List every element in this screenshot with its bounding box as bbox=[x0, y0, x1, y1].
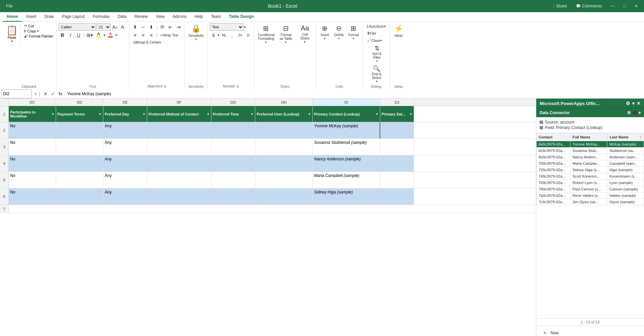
formula-confirm-button[interactable]: ✓ bbox=[50, 91, 56, 97]
formula-input[interactable] bbox=[65, 89, 644, 98]
tab-help[interactable]: Help bbox=[190, 12, 207, 22]
cell-3-di[interactable]: Susanna Stubberod (sample) bbox=[313, 139, 380, 155]
cell-3-df[interactable] bbox=[147, 139, 211, 155]
tab-review[interactable]: Review bbox=[130, 12, 152, 22]
merge-center-button[interactable]: ⊡ Merge & Center ▾ bbox=[131, 40, 163, 45]
indent-decrease-button[interactable]: ⇤ bbox=[167, 23, 174, 31]
header-dh-filter[interactable]: ▼ bbox=[308, 112, 311, 116]
cell-2-dc[interactable]: No bbox=[9, 122, 56, 138]
sort-filter-button[interactable]: ⇅ Sort & Filter ▾ bbox=[368, 44, 386, 64]
header-dj-filter[interactable]: ▼ bbox=[409, 112, 412, 116]
list-item[interactable]: 6c9c3979-02a... Susanna Stub... Stubbero… bbox=[537, 147, 644, 154]
panel-options-icon[interactable]: ▾ bbox=[632, 101, 635, 106]
name-box-dropdown-icon[interactable]: ▾ bbox=[33, 91, 38, 97]
cell-3-dj[interactable] bbox=[380, 139, 414, 155]
header-de-filter[interactable]: ▼ bbox=[143, 112, 146, 116]
col-header-dc[interactable]: DC bbox=[9, 99, 56, 106]
cell-6-di[interactable]: Sidney Higa (sample) bbox=[313, 188, 380, 205]
header-cell-de[interactable]: Preferred Day ▼ bbox=[103, 106, 147, 122]
list-item[interactable]: 789c3979-02a... Paul Cannon (s... Cannon… bbox=[537, 186, 644, 192]
cell-3-de[interactable]: Any bbox=[103, 139, 147, 155]
tab-insert[interactable]: Insert bbox=[22, 12, 40, 22]
cell-4-de[interactable]: Any bbox=[103, 155, 147, 172]
cell-6-df[interactable] bbox=[147, 188, 211, 205]
tab-home[interactable]: Home bbox=[3, 12, 22, 22]
col-header-lastname[interactable]: Last Name ↕ bbox=[607, 133, 644, 141]
data-connector-settings-icon[interactable]: ⚙ bbox=[627, 110, 631, 115]
align-bottom-button[interactable]: ⬇ bbox=[148, 23, 155, 31]
cell-5-dh[interactable] bbox=[255, 172, 313, 188]
header-dd-filter[interactable]: ▼ bbox=[99, 112, 102, 116]
name-box[interactable] bbox=[1, 89, 32, 98]
accounting-format-button[interactable]: $ bbox=[210, 31, 217, 39]
header-cell-dh[interactable]: Preferred User (Lookup) ▼ bbox=[255, 106, 313, 122]
sensitivity-button[interactable]: 🔒 Sensitivity ▾ bbox=[187, 23, 205, 42]
maximize-button[interactable]: □ bbox=[621, 2, 628, 10]
highlight-color-button[interactable]: A bbox=[94, 31, 103, 39]
list-item[interactable]: 709c3979-02a... Maria Campbe... Campbell… bbox=[537, 160, 644, 166]
list-item[interactable]: 7a9c3979-02a... Rene Valdes (s... Valdes… bbox=[537, 192, 644, 199]
col-header-de[interactable]: DE bbox=[103, 99, 147, 106]
panel-close-icon[interactable]: ✕ bbox=[637, 101, 641, 106]
number-format-select[interactable]: Text General Number Currency bbox=[210, 23, 243, 31]
format-cells-button[interactable]: ⊞ Format ▾ bbox=[346, 23, 361, 41]
percent-button[interactable]: % bbox=[220, 31, 228, 39]
close-button[interactable]: ✕ bbox=[632, 2, 641, 10]
wrap-text-button[interactable]: ↵ Wrap Text bbox=[159, 32, 180, 38]
header-cell-dj[interactable]: Primary Sat... ▼ bbox=[380, 106, 414, 122]
tab-page-layout[interactable]: Page Layout bbox=[58, 12, 88, 22]
insert-cells-button[interactable]: ⊕ Insert ▾ bbox=[318, 23, 332, 41]
row-num-3[interactable]: 3 bbox=[0, 139, 9, 155]
align-right-button[interactable]: ≡ bbox=[148, 31, 155, 39]
col-header-df[interactable]: DF bbox=[147, 99, 211, 106]
data-connector-dropdown-icon[interactable]: ▾ bbox=[639, 110, 641, 115]
font-name-select[interactable]: Calibri bbox=[59, 23, 96, 31]
cell-5-dc[interactable]: No bbox=[9, 172, 56, 188]
indent-increase-button[interactable]: ⇥ bbox=[175, 23, 182, 31]
header-df-filter[interactable]: ▼ bbox=[207, 112, 210, 116]
cell-5-dj[interactable] bbox=[380, 172, 414, 188]
paste-button[interactable]: 📋 Paste ▾ bbox=[3, 23, 21, 44]
formula-cancel-button[interactable]: ✕ bbox=[42, 91, 49, 97]
align-top-button[interactable]: ⬆ bbox=[131, 23, 139, 31]
cell-2-df[interactable] bbox=[147, 122, 211, 138]
col-header-dd[interactable]: DD bbox=[56, 99, 103, 106]
col-header-di[interactable]: DI bbox=[313, 99, 380, 106]
row-num-7[interactable]: 7 bbox=[0, 205, 9, 213]
row-num-2[interactable]: 2 bbox=[0, 122, 9, 138]
cell-2-di[interactable]: Yvonne McKay (sample) bbox=[313, 122, 380, 138]
header-cell-dd[interactable]: Payment Terms ▼ bbox=[56, 106, 103, 122]
cell-2-dg[interactable] bbox=[211, 122, 255, 138]
cell-4-dj[interactable] bbox=[380, 155, 414, 172]
tab-data[interactable]: Data bbox=[114, 12, 130, 22]
comma-button[interactable]: , bbox=[228, 31, 236, 39]
data-connector-options-icon[interactable]: ⬛ bbox=[632, 110, 637, 115]
increase-font-button[interactable]: A+ bbox=[111, 23, 119, 31]
cell-4-dg[interactable] bbox=[211, 155, 255, 172]
header-cell-dc[interactable]: Participates in Workflow ▼ bbox=[9, 106, 56, 122]
cell-2-dh[interactable] bbox=[255, 122, 313, 138]
list-item[interactable]: 6e9c3979-02a... Nancy Anders... Anderson… bbox=[537, 154, 644, 160]
number-expander-icon[interactable]: ⧉ bbox=[237, 85, 239, 88]
cell-4-di[interactable]: Nancy Anderson (sample) bbox=[313, 155, 380, 172]
header-cell-dg[interactable]: Preferred Time ▼ bbox=[211, 106, 255, 122]
format-as-table-button[interactable]: ⊟ Format as Table ▾ bbox=[277, 23, 295, 45]
autosum-button[interactable]: Σ AutoSum ▾ bbox=[365, 23, 388, 29]
list-item[interactable]: 769c3979-02a... Robert Lyon (s... Lyon (… bbox=[537, 179, 644, 186]
tab-view[interactable]: View bbox=[152, 12, 169, 22]
cell-3-dh[interactable] bbox=[255, 139, 313, 155]
insert-function-button[interactable]: fx bbox=[57, 91, 64, 97]
find-select-button[interactable]: 🔍 Find & Select ▾ bbox=[368, 64, 385, 84]
tab-add-ins[interactable]: Add-ins bbox=[169, 12, 190, 22]
align-left-button[interactable]: ≡ bbox=[131, 31, 139, 39]
ideas-button[interactable]: ⚡ Ideas bbox=[392, 23, 406, 38]
list-item[interactable]: 6a9c3979-02a... Yvonne McKay... McKay (s… bbox=[537, 141, 644, 147]
decrease-decimal-button[interactable]: .0- bbox=[244, 31, 252, 39]
align-middle-button[interactable]: ↔ bbox=[139, 23, 147, 31]
conditional-formatting-button[interactable]: ⊞ Conditional Formatting ▾ bbox=[256, 23, 276, 45]
col-header-dh[interactable]: DH bbox=[255, 99, 313, 106]
row-num-6[interactable]: 6 bbox=[0, 188, 9, 205]
borders-button[interactable]: ⊞▾ bbox=[86, 31, 94, 39]
cell-5-de[interactable]: Any bbox=[103, 172, 147, 188]
fill-button[interactable]: ⬇ Fill ▾ bbox=[365, 30, 378, 36]
